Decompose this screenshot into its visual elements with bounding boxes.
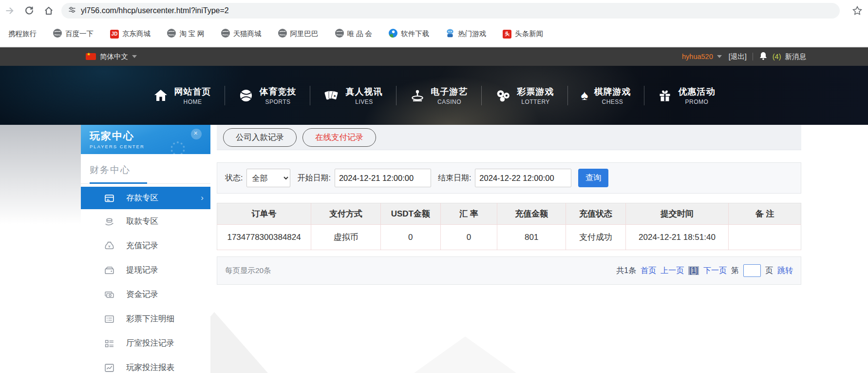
nav-item-casino[interactable]: 电子游艺CASINO: [396, 86, 481, 105]
end-date-input[interactable]: [475, 169, 571, 187]
money-bag-icon: ¥: [104, 241, 114, 251]
nav-item-home[interactable]: 网站首页HOME: [140, 86, 225, 105]
grid-list-icon: [104, 338, 114, 349]
nav-item-chess[interactable]: ♠ 棋牌游戏CHESS: [568, 86, 644, 105]
bell-icon[interactable]: [759, 51, 768, 62]
main-content: 公司入款记录 在线支付记录 状态: 全部 开始日期: 结束日期: 查询 订单号 …: [217, 125, 801, 285]
end-date-label: 结束日期:: [438, 173, 471, 183]
col-usdt-amount: USDT金额: [380, 203, 440, 225]
col-remark: 备 注: [729, 203, 801, 225]
list-detail-icon: [104, 314, 114, 324]
language-label[interactable]: 简体中文: [100, 52, 128, 61]
bookmark-toutiao[interactable]: 头 头条新闻: [503, 29, 543, 39]
main-navigation: 网站首页HOME 体育竞技SPORTS ♠ 真人视讯LIVES 电子游艺CASI…: [0, 66, 868, 125]
bookmark-taobao[interactable]: 淘 宝 网: [167, 29, 205, 39]
search-button[interactable]: 查询: [578, 169, 608, 187]
tab-company-deposit-records[interactable]: 公司入款记录: [223, 128, 297, 147]
sidebar-item-withdraw[interactable]: 取款专区: [81, 209, 210, 234]
col-order-no: 订单号: [217, 203, 311, 225]
globe-icon: [335, 29, 344, 39]
sidebar-item-recharge-records[interactable]: ¥ 充值记录: [81, 234, 210, 258]
sidebar-item-withdrawal-records[interactable]: 提现记录: [81, 258, 210, 282]
next-page-link[interactable]: 下一页: [703, 266, 727, 276]
status-select[interactable]: 全部: [246, 169, 290, 187]
current-page[interactable]: [1]: [688, 266, 699, 275]
page-size-label: 每页显示20条: [225, 266, 271, 276]
cell-exchange-rate: 0: [440, 225, 497, 250]
section-label: 财务中心: [90, 164, 202, 182]
sidebar-item-player-bet-report[interactable]: 玩家投注报表: [81, 355, 210, 373]
browser-toolbar: yl756.com/hhcp/usercenter.html?iniType=2: [0, 0, 868, 21]
chevron-down-icon[interactable]: [132, 55, 137, 58]
chevron-down-icon[interactable]: [717, 55, 722, 58]
cell-submit-time: 2024-12-21 18:51:40: [625, 225, 728, 250]
chart-report-icon: [104, 363, 114, 373]
col-payment-method: 支付方式: [311, 203, 381, 225]
bookmarks-bar: 携程旅行 百度一下 JD 京东商城 淘 宝 网 天猫商城 阿里巴巴 唯 品 会: [0, 21, 868, 47]
forward-arrow-icon[interactable]: [0, 2, 19, 19]
start-date-label: 开始日期:: [297, 173, 330, 183]
screen: yl756.com/hhcp/usercenter.html?iniType=2…: [0, 0, 868, 373]
sports-ball-icon: [238, 88, 254, 103]
bookmark-tmall[interactable]: 天猫商城: [221, 29, 262, 39]
first-page-link[interactable]: 首页: [641, 266, 656, 276]
logout-link[interactable]: [退出]: [729, 52, 747, 61]
tab-online-payment-records[interactable]: 在线支付记录: [302, 128, 376, 147]
jump-link[interactable]: 跳转: [777, 266, 793, 276]
bookmark-vip[interactable]: 唯 品 会: [335, 29, 373, 39]
table-header-row: 订单号 支付方式 USDT金额 汇 率 充值金额 充值状态 提交时间 备 注: [217, 203, 801, 225]
roulette-icon: [410, 88, 425, 103]
message-count[interactable]: (4): [773, 53, 781, 60]
sidebar-item-hall-bet-records[interactable]: 厅室投注记录: [81, 331, 210, 355]
page-number-input[interactable]: [743, 264, 761, 277]
username[interactable]: hyhua520: [682, 53, 713, 60]
col-recharge-amount: 充值金额: [497, 203, 566, 225]
bookmark-software[interactable]: 软件下载: [389, 29, 429, 39]
sidebar: 玩家中心 PLAYERS CENTER 财务中心 存款专区 › 取款专区 ¥: [81, 125, 210, 373]
nav-item-lottery[interactable]: 彩票游戏LOTTERY: [482, 86, 567, 105]
messages-link[interactable]: 新消息: [785, 52, 807, 61]
sidebar-item-deposit[interactable]: 存款专区 ›: [81, 187, 210, 209]
bookmark-baidu[interactable]: 百度一下: [53, 29, 94, 39]
jump-label-post: 页: [765, 266, 773, 276]
start-date-input[interactable]: [335, 169, 431, 187]
col-recharge-status: 充值状态: [566, 203, 626, 225]
wallet-icon: [104, 265, 114, 275]
robot-icon: [446, 29, 454, 39]
bookmark-games[interactable]: 热门游戏: [446, 29, 486, 39]
nav-item-sports[interactable]: 体育竞技SPORTS: [225, 86, 310, 105]
sidebar-header: 玩家中心 PLAYERS CENTER: [81, 125, 210, 154]
cell-order-no: 1734778300384824: [217, 225, 311, 250]
globe-icon: [221, 29, 230, 39]
sidebar-item-funds-records[interactable]: 资金记录: [81, 282, 210, 307]
nav-item-promo[interactable]: 优惠活动PROMO: [644, 86, 728, 105]
sidebar-subtitle: PLAYERS CENTER: [90, 144, 210, 149]
prev-page-link[interactable]: 上一页: [660, 266, 684, 276]
jump-label-pre: 第: [731, 266, 739, 276]
cell-recharge-status: 支付成功: [566, 225, 626, 250]
banknotes-icon: [104, 290, 114, 300]
site-settings-icon[interactable]: [68, 6, 76, 16]
bookmark-xiecheng[interactable]: 携程旅行: [5, 29, 37, 39]
cell-usdt-amount: 0: [380, 225, 440, 250]
globe-icon: [278, 29, 287, 39]
url-text[interactable]: yl756.com/hhcp/usercenter.html?iniType=2: [81, 6, 229, 15]
chevron-right-icon: ›: [201, 193, 204, 203]
address-bar[interactable]: yl756.com/hhcp/usercenter.html?iniType=2: [61, 3, 840, 19]
jd-icon: JD: [110, 30, 119, 39]
home-icon[interactable]: [39, 2, 58, 19]
gift-icon: [658, 88, 672, 103]
user-bar: 简体中文 hyhua520 [退出] (4) 新消息: [0, 47, 868, 66]
bookmark-alibaba[interactable]: 阿里巴巴: [278, 29, 319, 39]
lottery-balls-icon: [495, 88, 511, 103]
decorative-chip-icon: [191, 129, 202, 139]
bookmark-star-icon[interactable]: [847, 6, 868, 16]
cell-payment-method: 虚拟币: [311, 225, 381, 250]
nav-item-lives[interactable]: ♠ 真人视讯LIVES: [310, 86, 396, 105]
table-row: 1734778300384824 虚拟币 0 0 801 支付成功 2024-1…: [217, 225, 801, 250]
sidebar-item-lottery-bet-detail[interactable]: 彩票下注明细: [81, 307, 210, 331]
bookmark-jd[interactable]: JD 京东商城: [110, 29, 151, 39]
divider: [753, 53, 753, 60]
svg-text:¥: ¥: [108, 244, 111, 249]
reload-icon[interactable]: [19, 2, 39, 19]
